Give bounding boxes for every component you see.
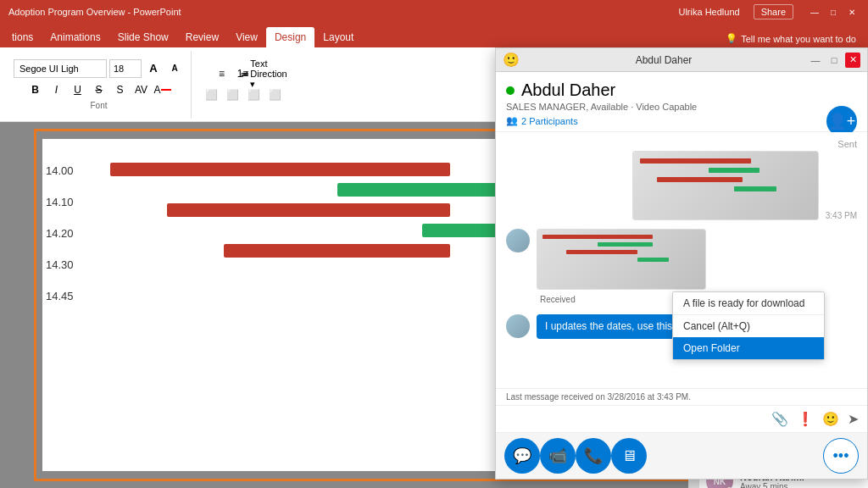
file-preview-box: [632, 151, 819, 220]
time-label-5: 14.45: [42, 290, 74, 302]
chat-window-title: Abdul Daher: [520, 54, 808, 66]
contact-online-dot: [506, 86, 515, 95]
font-color-btn[interactable]: A: [153, 80, 172, 99]
mini-timeline: [640, 158, 811, 213]
chat-close-btn[interactable]: ✕: [845, 53, 860, 68]
sent-file-preview: [632, 151, 819, 220]
video-call-btn[interactable]: 📹: [540, 438, 576, 474]
paragraph-section: ≡ 1≡ ⇌ Text Direction ▾ ⬜ ⬜ ⬜ ⬜: [195, 51, 291, 119]
decrease-font-btn[interactable]: A: [165, 59, 184, 78]
sent-message-group: Sent 3: [506, 139, 857, 220]
chat-maximize-btn[interactable]: □: [826, 53, 842, 68]
text-msg-avatar: [506, 314, 530, 338]
chat-contact-header: Abdul Daher SALES MANAGER, Available · V…: [496, 72, 867, 132]
nourah-status: Away 5 mins: [740, 482, 861, 489]
titlebar-right: Ulrika Hedlund Share — □ ✕: [678, 4, 860, 19]
chat-message-btn[interactable]: 💬: [504, 438, 540, 474]
video-icon: 📹: [548, 446, 567, 465]
time-label-1: 14.00: [42, 164, 74, 177]
share-button[interactable]: Share: [754, 4, 793, 19]
tab-view[interactable]: View: [227, 27, 266, 47]
chat-messages-area[interactable]: Sent 3: [496, 132, 867, 388]
sent-file-row: 3:43 PM: [506, 151, 857, 220]
shadow-btn[interactable]: S: [111, 80, 130, 99]
context-menu-download[interactable]: A file is ready for download: [673, 292, 824, 314]
sent-label: Sent: [506, 139, 857, 149]
chat-contact-name-display: Abdul Daher: [506, 80, 857, 100]
chat-icon: 💬: [513, 446, 531, 465]
chat-window-controls: — □ ✕: [808, 53, 860, 68]
context-menu-open-folder[interactable]: Open Folder: [673, 337, 824, 359]
context-menu: A file is ready for download Cancel (Alt…: [672, 291, 825, 360]
chat-participants-link[interactable]: 👥 2 Participants: [506, 115, 857, 126]
font-size-input[interactable]: [109, 59, 142, 78]
received-file-preview: [537, 229, 706, 290]
screen-share-btn[interactable]: 🖥: [611, 438, 647, 474]
voice-call-btn[interactable]: 📞: [576, 438, 611, 474]
paragraph-row-1: ≡ 1≡ ⇌ Text Direction ▾: [213, 64, 274, 83]
font-section: A A B I U S S AV A Font: [7, 51, 192, 119]
tab-animations[interactable]: Animations: [42, 27, 108, 47]
time-label-2: 14.10: [42, 196, 74, 208]
align-center-btn[interactable]: ⬜: [223, 86, 242, 104]
received-file-image: [537, 230, 705, 289]
tell-me-box[interactable]: 💡 Tell me what you want to do: [717, 30, 865, 47]
emoji-input-icon[interactable]: 🙂: [822, 411, 839, 427]
text-direction-btn[interactable]: ⇌ Text Direction ▾: [255, 64, 274, 83]
titlebar-left: Adoption Program Overview - PowerPoint: [8, 7, 181, 17]
time-label-3: 14.20: [42, 227, 74, 240]
underline-btn[interactable]: U: [69, 80, 87, 99]
chat-input-area: 📎 ❗ 🙂 ➤: [496, 405, 867, 432]
user-name-titlebar: Ulrika Hedlund: [678, 7, 739, 17]
urgent-icon[interactable]: ❗: [797, 411, 814, 427]
char-spacing-btn[interactable]: AV: [132, 80, 151, 99]
bold-btn[interactable]: B: [26, 80, 45, 99]
align-right-btn[interactable]: ⬜: [244, 86, 263, 104]
paragraph-row-2: ⬜ ⬜ ⬜ ⬜: [202, 86, 284, 104]
phone-icon: 📞: [584, 446, 603, 465]
received-avatar: [506, 229, 530, 252]
font-name-input[interactable]: [14, 59, 107, 78]
minimize-button[interactable]: —: [807, 4, 822, 19]
tab-layout[interactable]: Layout: [314, 27, 362, 47]
bullets-btn[interactable]: ≡: [213, 64, 231, 83]
chat-minimize-btn[interactable]: —: [808, 53, 823, 68]
close-button[interactable]: ✕: [844, 4, 860, 19]
maximize-button[interactable]: □: [826, 4, 841, 19]
sent-time: 3:43 PM: [826, 211, 857, 220]
text-direction-label: Text Direction ▾: [250, 58, 287, 90]
chat-actions-bar: 💬 📹 📞 🖥 •••: [496, 432, 867, 479]
tab-design[interactable]: Design: [266, 27, 314, 47]
app-title: Adoption Program Overview - PowerPoint: [8, 7, 181, 17]
font-section-label: Font: [90, 101, 107, 110]
chat-status-bar: Last message received on 3/28/2016 at 3:…: [496, 388, 867, 405]
strikethrough-btn[interactable]: S: [90, 80, 108, 99]
justify-btn[interactable]: ⬜: [265, 86, 284, 104]
attachment-icon[interactable]: 📎: [771, 411, 788, 427]
ribbon-tabs: tions Animations Slide Show Review View …: [0, 24, 868, 47]
text-direction-icon: ⇌: [241, 69, 248, 80]
more-options-btn[interactable]: •••: [823, 438, 859, 474]
increase-font-btn[interactable]: A: [144, 59, 163, 78]
window-controls: — □ ✕: [807, 4, 860, 19]
titlebar: Adoption Program Overview - PowerPoint U…: [0, 0, 868, 24]
send-icon[interactable]: ➤: [848, 411, 859, 427]
time-label-4: 14.30: [42, 258, 74, 271]
more-icon: •••: [833, 447, 849, 465]
italic-btn[interactable]: I: [47, 80, 66, 99]
tab-transitions[interactable]: tions: [3, 27, 42, 47]
font-row-1: A A: [14, 59, 184, 78]
last-message-status: Last message received on 3/28/2016 at 3:…: [506, 392, 691, 402]
lightbulb-icon: 💡: [726, 33, 737, 44]
timeline-labels: 14.00 14.10 14.20 14.30 14.45: [42, 164, 74, 302]
received-mini-timeline: [542, 235, 700, 284]
chat-emoji-icon: 🙂: [503, 52, 520, 68]
context-menu-cancel[interactable]: Cancel (Alt+Q): [673, 315, 824, 337]
align-left-btn[interactable]: ⬜: [202, 86, 220, 104]
add-person-icon: 👤+: [828, 112, 856, 130]
participants-icon: 👥: [506, 115, 518, 126]
font-row-2: B I U S S AV A: [26, 80, 172, 99]
chat-titlebar: 🙂 Abdul Daher — □ ✕: [496, 48, 867, 72]
tab-review[interactable]: Review: [177, 27, 227, 47]
tab-slideshow[interactable]: Slide Show: [109, 27, 177, 47]
